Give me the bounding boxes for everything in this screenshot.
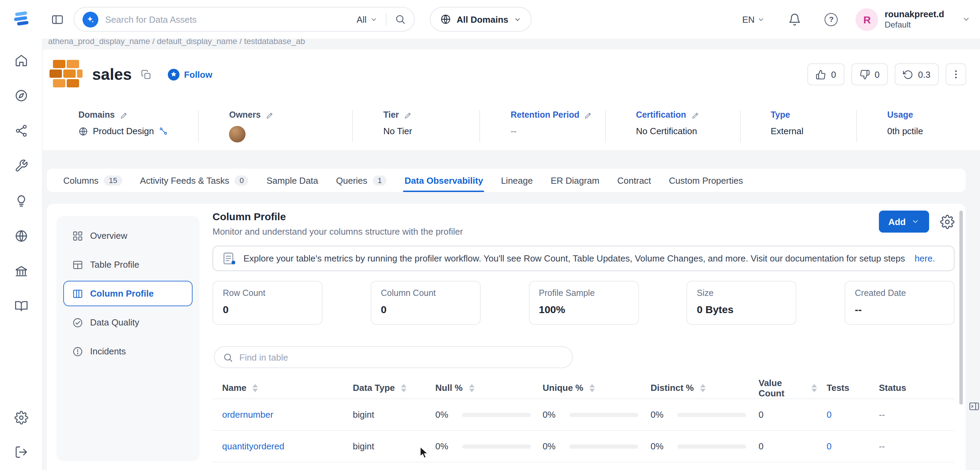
owner-avatar[interactable] bbox=[229, 126, 245, 142]
insights-bulb-icon[interactable] bbox=[14, 194, 28, 208]
search-icon bbox=[223, 352, 233, 362]
table-row: ordernumber bigint 0% 0% 0% 0 0 -- bbox=[213, 399, 955, 431]
stat-created-date: Created Date -- bbox=[845, 281, 955, 325]
edit-pencil-icon[interactable] bbox=[404, 110, 413, 119]
logout-icon[interactable] bbox=[14, 445, 28, 459]
profiler-info-banner: Explore your table's metrics by running … bbox=[213, 246, 955, 271]
edit-pencil-icon[interactable] bbox=[584, 110, 593, 119]
tab-data-observability[interactable]: Data Observability bbox=[405, 169, 483, 192]
tab-label: Custom Properties bbox=[669, 175, 743, 185]
find-in-table-input[interactable] bbox=[239, 352, 564, 362]
search-scope-dropdown[interactable]: All bbox=[356, 14, 377, 24]
sort-icon[interactable] bbox=[700, 384, 706, 392]
stat-size: Size 0 Bytes bbox=[687, 281, 797, 325]
profiler-submenu: Overview Table Profile Column Profile Da… bbox=[56, 216, 199, 461]
column-name-link[interactable]: quantityordered bbox=[222, 441, 284, 451]
col-value-count[interactable]: Value Count bbox=[749, 378, 817, 398]
ai-sparkle-icon bbox=[83, 11, 99, 27]
explore-icon[interactable] bbox=[14, 89, 28, 102]
sort-icon[interactable] bbox=[589, 384, 595, 392]
page: athena_prod_display_name / default_displ… bbox=[43, 38, 980, 470]
search-icon[interactable] bbox=[395, 14, 406, 25]
user-menu[interactable]: R rounakpreet.d Default bbox=[856, 8, 944, 30]
columns-table: Name Data Type Null % Unique % Distinct … bbox=[213, 377, 955, 470]
col-name[interactable]: Name bbox=[213, 382, 343, 393]
domain-link-icon[interactable] bbox=[159, 127, 168, 135]
vertical-scrollbar-thumb[interactable] bbox=[959, 210, 963, 405]
tests-link[interactable]: 0 bbox=[827, 409, 832, 420]
tab-activity-feeds[interactable]: Activity Feeds & Tasks0 bbox=[140, 169, 248, 192]
tests-link[interactable]: 0 bbox=[827, 441, 832, 451]
breadcrumb[interactable]: athena_prod_display_name / default_displ… bbox=[48, 38, 980, 46]
all-domains-dropdown[interactable]: All Domains bbox=[430, 7, 531, 32]
stat-row-count: Row Count 0 bbox=[213, 281, 323, 325]
upvote-button[interactable]: 0 bbox=[808, 63, 844, 85]
data-graph-icon[interactable] bbox=[14, 124, 28, 138]
tier-value: No Tier bbox=[383, 126, 412, 136]
section-title: Column Profile bbox=[213, 210, 463, 222]
version-button[interactable]: 0.3 bbox=[895, 63, 939, 85]
edit-pencil-icon[interactable] bbox=[691, 110, 700, 119]
glossary-book-icon[interactable] bbox=[14, 300, 28, 313]
domains-value[interactable]: Product Design bbox=[93, 126, 154, 136]
tab-badge: 15 bbox=[104, 175, 123, 185]
add-button[interactable]: Add bbox=[878, 210, 929, 233]
stat-value: 100% bbox=[539, 303, 628, 315]
column-profile-icon bbox=[72, 288, 83, 299]
sidebar-toggle-icon[interactable] bbox=[51, 13, 64, 26]
settings-gear-icon[interactable] bbox=[14, 411, 28, 425]
col-unique[interactable]: Unique % bbox=[533, 382, 641, 393]
expand-panel-icon[interactable] bbox=[968, 400, 980, 412]
sort-icon[interactable] bbox=[401, 384, 406, 392]
subnav-incidents[interactable]: Incidents bbox=[63, 339, 192, 364]
col-distinct[interactable]: Distinct % bbox=[641, 382, 749, 393]
follow-button[interactable]: Follow bbox=[167, 69, 212, 80]
home-icon[interactable] bbox=[14, 54, 28, 67]
subnav-data-quality[interactable]: Data Quality bbox=[63, 310, 192, 335]
tab-columns[interactable]: Columns15 bbox=[63, 169, 122, 192]
notifications-bell-icon[interactable] bbox=[789, 13, 802, 26]
certification-label: Certification bbox=[636, 110, 686, 120]
subnav-column-profile[interactable]: Column Profile bbox=[63, 281, 192, 306]
subnav-label: Data Quality bbox=[90, 317, 139, 328]
retention-label: Retention Period bbox=[511, 110, 579, 120]
help-icon[interactable]: ? bbox=[825, 13, 838, 26]
banner-here-link[interactable]: here. bbox=[915, 253, 935, 264]
sort-icon[interactable] bbox=[811, 384, 817, 392]
edit-pencil-icon[interactable] bbox=[266, 110, 274, 119]
tab-contract[interactable]: Contract bbox=[617, 169, 651, 192]
tab-lineage[interactable]: Lineage bbox=[501, 169, 533, 192]
services-wrench-icon[interactable] bbox=[14, 159, 28, 173]
domains-globe-icon[interactable] bbox=[14, 229, 28, 243]
sort-icon[interactable] bbox=[469, 384, 474, 392]
edit-pencil-icon[interactable] bbox=[120, 110, 129, 119]
col-data-type[interactable]: Data Type bbox=[343, 382, 426, 393]
incidents-alert-icon bbox=[72, 346, 83, 357]
downvote-button[interactable]: 0 bbox=[851, 63, 888, 85]
stat-label: Column Count bbox=[381, 288, 470, 298]
subnav-overview[interactable]: Overview bbox=[63, 223, 192, 249]
stat-value: -- bbox=[855, 303, 944, 315]
more-actions-button[interactable] bbox=[946, 63, 966, 85]
breadcrumb-strip: athena_prod_display_name / default_displ… bbox=[43, 38, 980, 49]
table-header: Name Data Type Null % Unique % Distinct … bbox=[213, 377, 955, 399]
data-quality-check-icon bbox=[72, 317, 83, 328]
meta-domains: Domains Product Design bbox=[48, 110, 198, 142]
govern-bank-icon[interactable] bbox=[14, 264, 28, 278]
tab-sample-data[interactable]: Sample Data bbox=[266, 169, 318, 192]
language-dropdown[interactable]: EN bbox=[742, 14, 765, 24]
subnav-table-profile[interactable]: Table Profile bbox=[63, 252, 192, 277]
copy-icon[interactable] bbox=[141, 69, 151, 80]
tab-er-diagram[interactable]: ER Diagram bbox=[550, 169, 599, 192]
tab-badge: 0 bbox=[235, 175, 248, 185]
tab-queries[interactable]: Queries1 bbox=[336, 169, 387, 192]
global-search-input[interactable] bbox=[105, 14, 356, 24]
app-logo[interactable] bbox=[11, 10, 32, 29]
profiler-settings-gear-icon[interactable] bbox=[940, 214, 955, 229]
column-name-link[interactable]: ordernumber bbox=[222, 409, 274, 420]
chevron-down-icon[interactable] bbox=[962, 15, 970, 23]
sort-icon[interactable] bbox=[253, 384, 258, 392]
col-null[interactable]: Null % bbox=[426, 382, 533, 393]
tab-custom-properties[interactable]: Custom Properties bbox=[669, 169, 743, 192]
table-profile-icon bbox=[72, 259, 83, 270]
